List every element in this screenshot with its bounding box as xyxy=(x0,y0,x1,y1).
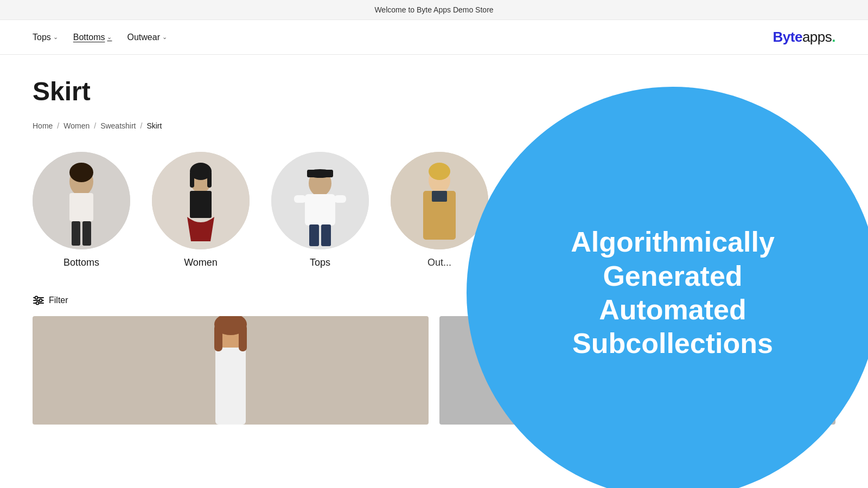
svg-rect-20 xyxy=(321,224,331,246)
collection-image-bottoms xyxy=(33,152,130,249)
main-nav: Tops ⌄ Bottoms ⌄ Outwear ⌄ xyxy=(33,33,167,42)
svg-rect-10 xyxy=(190,171,194,188)
collection-item-women[interactable]: Women xyxy=(152,152,250,268)
breadcrumb-sep-3: / xyxy=(140,121,142,130)
chevron-down-icon: ⌄ xyxy=(162,34,167,41)
svg-point-29 xyxy=(35,297,38,299)
logo-part1: Byte xyxy=(773,29,802,45)
svg-point-31 xyxy=(36,302,39,305)
breadcrumb-sep-1: / xyxy=(57,121,59,130)
nav-item-bottoms[interactable]: Bottoms ⌄ xyxy=(73,33,112,42)
breadcrumb-women[interactable]: Women xyxy=(63,121,90,130)
announcement-text: Welcome to Byte Apps Demo Store xyxy=(374,5,493,14)
promo-circle: Algorithmically Generated Automated Subc… xyxy=(467,87,868,488)
svg-point-5 xyxy=(69,163,93,182)
breadcrumb-skirt: Skirt xyxy=(146,121,162,130)
logo-part2: apps xyxy=(802,29,832,45)
collection-label-outwear: Out... xyxy=(427,257,451,268)
chevron-down-icon: ⌄ xyxy=(53,34,58,41)
nav-label-tops: Tops xyxy=(33,33,51,42)
breadcrumb-sweatshirt[interactable]: Sweatshirt xyxy=(100,121,136,130)
breadcrumb-home[interactable]: Home xyxy=(33,121,53,130)
announcement-bar: Welcome to Byte Apps Demo Store xyxy=(0,0,868,20)
svg-rect-37 xyxy=(239,324,247,351)
svg-rect-4 xyxy=(82,221,91,246)
collection-label-women: Women xyxy=(184,257,218,268)
svg-rect-17 xyxy=(294,195,306,203)
product-card-1[interactable] xyxy=(33,316,429,425)
logo-dot: . xyxy=(832,29,835,45)
svg-rect-36 xyxy=(214,324,222,351)
main-content: Skirt Home / Women / Sweatshirt / Skirt xyxy=(0,55,868,425)
svg-rect-15 xyxy=(307,170,333,177)
svg-rect-25 xyxy=(432,191,447,202)
nav-item-outwear[interactable]: Outwear ⌄ xyxy=(127,33,167,42)
nav-item-tops[interactable]: Tops ⌄ xyxy=(33,33,58,42)
filter-button[interactable]: Filter xyxy=(33,296,68,305)
chevron-down-icon: ⌄ xyxy=(107,34,112,41)
svg-rect-3 xyxy=(72,221,80,246)
svg-point-30 xyxy=(40,299,42,302)
site-logo[interactable]: Byteapps. xyxy=(773,29,835,46)
collection-label-tops: Tops xyxy=(310,257,330,268)
svg-rect-11 xyxy=(207,171,212,188)
svg-rect-8 xyxy=(190,191,212,218)
svg-point-23 xyxy=(429,163,450,180)
nav-label-bottoms: Bottoms xyxy=(73,33,105,42)
collection-item-bottoms[interactable]: Bottoms xyxy=(33,152,130,268)
collection-image-outwear xyxy=(391,152,488,249)
svg-rect-34 xyxy=(215,348,246,425)
promo-text: Algorithmically Generated Automated Subc… xyxy=(542,214,803,371)
nav-label-outwear: Outwear xyxy=(127,33,159,42)
svg-rect-2 xyxy=(69,193,93,221)
collection-image-women xyxy=(152,152,250,249)
collection-item-tops[interactable]: Tops xyxy=(271,152,369,268)
filter-label: Filter xyxy=(49,296,68,305)
breadcrumb-sep-2: / xyxy=(94,121,96,130)
collection-label-bottoms: Bottoms xyxy=(63,257,99,268)
filter-icon xyxy=(33,296,44,305)
svg-rect-18 xyxy=(334,195,346,203)
svg-rect-19 xyxy=(309,224,319,246)
svg-rect-16 xyxy=(305,194,335,226)
header: Tops ⌄ Bottoms ⌄ Outwear ⌄ Byteapps. xyxy=(0,20,868,55)
collection-image-tops xyxy=(271,152,369,249)
